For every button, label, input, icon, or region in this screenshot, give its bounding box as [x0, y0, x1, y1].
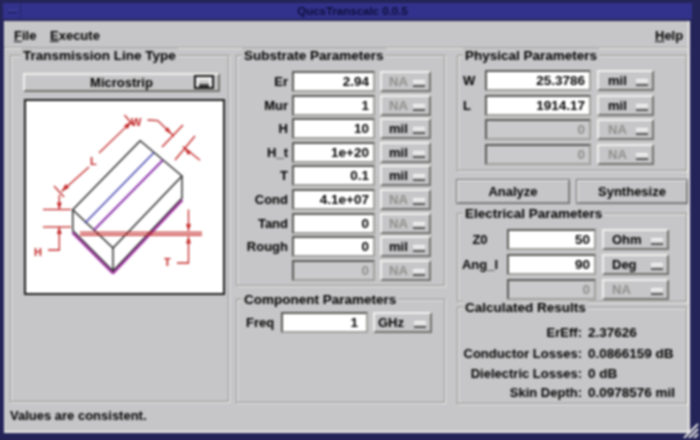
svg-text:W: W [131, 116, 142, 128]
svg-text:H: H [34, 246, 42, 258]
svg-text:T: T [164, 256, 171, 268]
svg-text:L: L [90, 155, 97, 167]
